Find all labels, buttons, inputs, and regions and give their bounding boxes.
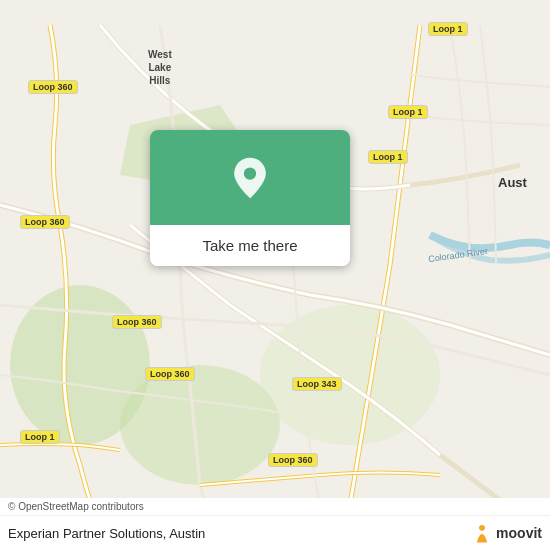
location-pin-icon xyxy=(232,156,268,200)
road-label-loop1-bottom: Loop 1 xyxy=(20,430,60,444)
location-info-card: Take me there xyxy=(150,130,350,266)
location-name: Experian Partner Solutions, Austin xyxy=(8,526,205,541)
road-label-loop360-lower: Loop 360 xyxy=(145,367,195,381)
map-roads xyxy=(0,0,550,550)
moovit-logo: moovit xyxy=(471,522,542,544)
road-label-loop1-mid2: Loop 1 xyxy=(368,150,408,164)
map-attribution: © OpenStreetMap contributors xyxy=(0,498,550,516)
road-label-loop360-top: Loop 360 xyxy=(28,80,78,94)
road-label-loop360-bottom: Loop 360 xyxy=(268,453,318,467)
svg-point-5 xyxy=(479,525,485,531)
road-label-loop360-mid: Loop 360 xyxy=(20,215,70,229)
road-label-loop343: Loop 343 xyxy=(292,377,342,391)
take-me-there-button[interactable]: Take me there xyxy=(150,225,350,266)
moovit-icon xyxy=(471,522,493,544)
moovit-text-label: moovit xyxy=(496,525,542,541)
bottom-info-bar: © OpenStreetMap contributors Experian Pa… xyxy=(0,498,550,550)
city-label-austin: Aust xyxy=(498,175,527,190)
map-container: Loop 360 Loop 1 Loop 1 Loop 1 Loop 360 L… xyxy=(0,0,550,550)
city-label-west-lake-hills: WestLakeHills xyxy=(148,48,172,87)
road-label-loop1-top: Loop 1 xyxy=(428,22,468,36)
road-label-loop1-mid: Loop 1 xyxy=(388,105,428,119)
svg-point-4 xyxy=(244,167,256,179)
location-row: Experian Partner Solutions, Austin moovi… xyxy=(0,516,550,550)
svg-point-6 xyxy=(480,537,484,541)
svg-point-1 xyxy=(120,365,280,485)
road-label-loop360-lower-left: Loop 360 xyxy=(112,315,162,329)
card-map-preview xyxy=(150,130,350,225)
